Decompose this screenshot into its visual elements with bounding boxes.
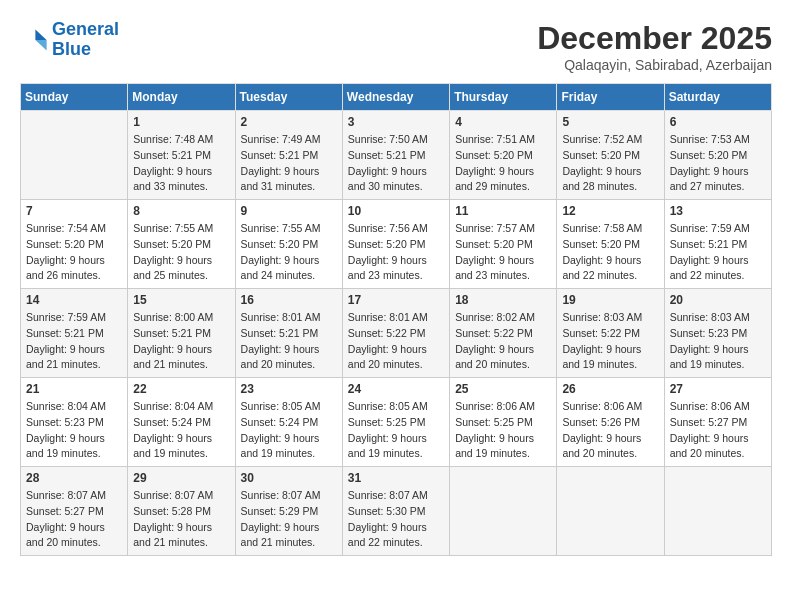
day-info: Sunrise: 8:06 AM Sunset: 5:26 PM Dayligh… — [562, 399, 658, 462]
sunrise-text: Sunrise: 8:03 AM — [562, 311, 642, 323]
daylight-text: Daylight: 9 hours and 33 minutes. — [133, 165, 212, 193]
day-info: Sunrise: 7:59 AM Sunset: 5:21 PM Dayligh… — [670, 221, 766, 284]
daylight-text: Daylight: 9 hours and 20 minutes. — [26, 521, 105, 549]
calendar-cell: 24 Sunrise: 8:05 AM Sunset: 5:25 PM Dayl… — [342, 378, 449, 467]
calendar-week-row: 28 Sunrise: 8:07 AM Sunset: 5:27 PM Dayl… — [21, 467, 772, 556]
daylight-text: Daylight: 9 hours and 19 minutes. — [26, 432, 105, 460]
day-number: 4 — [455, 115, 551, 129]
sunset-text: Sunset: 5:23 PM — [670, 327, 748, 339]
day-info: Sunrise: 7:48 AM Sunset: 5:21 PM Dayligh… — [133, 132, 229, 195]
day-info: Sunrise: 7:49 AM Sunset: 5:21 PM Dayligh… — [241, 132, 337, 195]
sunset-text: Sunset: 5:22 PM — [455, 327, 533, 339]
sunrise-text: Sunrise: 8:02 AM — [455, 311, 535, 323]
sunrise-text: Sunrise: 7:54 AM — [26, 222, 106, 234]
day-info: Sunrise: 8:04 AM Sunset: 5:24 PM Dayligh… — [133, 399, 229, 462]
day-number: 10 — [348, 204, 444, 218]
calendar-cell: 29 Sunrise: 8:07 AM Sunset: 5:28 PM Dayl… — [128, 467, 235, 556]
day-number: 11 — [455, 204, 551, 218]
sunrise-text: Sunrise: 7:51 AM — [455, 133, 535, 145]
sunset-text: Sunset: 5:20 PM — [455, 238, 533, 250]
day-number: 31 — [348, 471, 444, 485]
weekday-header: Saturday — [664, 84, 771, 111]
day-number: 2 — [241, 115, 337, 129]
day-number: 24 — [348, 382, 444, 396]
day-number: 17 — [348, 293, 444, 307]
daylight-text: Daylight: 9 hours and 21 minutes. — [241, 521, 320, 549]
weekday-header: Thursday — [450, 84, 557, 111]
logo-line2: Blue — [52, 40, 119, 60]
calendar-cell: 23 Sunrise: 8:05 AM Sunset: 5:24 PM Dayl… — [235, 378, 342, 467]
day-info: Sunrise: 7:56 AM Sunset: 5:20 PM Dayligh… — [348, 221, 444, 284]
sunset-text: Sunset: 5:21 PM — [670, 238, 748, 250]
sunrise-text: Sunrise: 8:01 AM — [241, 311, 321, 323]
sunrise-text: Sunrise: 8:01 AM — [348, 311, 428, 323]
sunset-text: Sunset: 5:21 PM — [133, 327, 211, 339]
sunrise-text: Sunrise: 8:07 AM — [348, 489, 428, 501]
sunrise-text: Sunrise: 7:58 AM — [562, 222, 642, 234]
calendar-cell — [450, 467, 557, 556]
logo-text: General Blue — [52, 20, 119, 60]
day-number: 27 — [670, 382, 766, 396]
day-info: Sunrise: 8:03 AM Sunset: 5:22 PM Dayligh… — [562, 310, 658, 373]
sunset-text: Sunset: 5:21 PM — [241, 149, 319, 161]
day-number: 9 — [241, 204, 337, 218]
daylight-text: Daylight: 9 hours and 25 minutes. — [133, 254, 212, 282]
day-number: 29 — [133, 471, 229, 485]
day-info: Sunrise: 7:58 AM Sunset: 5:20 PM Dayligh… — [562, 221, 658, 284]
calendar-cell: 15 Sunrise: 8:00 AM Sunset: 5:21 PM Dayl… — [128, 289, 235, 378]
day-info: Sunrise: 8:05 AM Sunset: 5:25 PM Dayligh… — [348, 399, 444, 462]
calendar-cell: 25 Sunrise: 8:06 AM Sunset: 5:25 PM Dayl… — [450, 378, 557, 467]
day-info: Sunrise: 7:54 AM Sunset: 5:20 PM Dayligh… — [26, 221, 122, 284]
sunrise-text: Sunrise: 7:57 AM — [455, 222, 535, 234]
sunrise-text: Sunrise: 8:07 AM — [26, 489, 106, 501]
sunrise-text: Sunrise: 7:59 AM — [26, 311, 106, 323]
day-info: Sunrise: 7:53 AM Sunset: 5:20 PM Dayligh… — [670, 132, 766, 195]
sunset-text: Sunset: 5:20 PM — [562, 238, 640, 250]
calendar-cell: 5 Sunrise: 7:52 AM Sunset: 5:20 PM Dayli… — [557, 111, 664, 200]
calendar-cell: 19 Sunrise: 8:03 AM Sunset: 5:22 PM Dayl… — [557, 289, 664, 378]
calendar-week-row: 1 Sunrise: 7:48 AM Sunset: 5:21 PM Dayli… — [21, 111, 772, 200]
sunset-text: Sunset: 5:21 PM — [241, 327, 319, 339]
calendar-cell — [21, 111, 128, 200]
day-number: 15 — [133, 293, 229, 307]
daylight-text: Daylight: 9 hours and 20 minutes. — [455, 343, 534, 371]
day-info: Sunrise: 8:05 AM Sunset: 5:24 PM Dayligh… — [241, 399, 337, 462]
page-header: General Blue December 2025 Qalaqayin, Sa… — [20, 20, 772, 73]
daylight-text: Daylight: 9 hours and 21 minutes. — [133, 521, 212, 549]
calendar-cell: 21 Sunrise: 8:04 AM Sunset: 5:23 PM Dayl… — [21, 378, 128, 467]
sunset-text: Sunset: 5:21 PM — [348, 149, 426, 161]
calendar-cell: 18 Sunrise: 8:02 AM Sunset: 5:22 PM Dayl… — [450, 289, 557, 378]
sunset-text: Sunset: 5:21 PM — [133, 149, 211, 161]
sunset-text: Sunset: 5:20 PM — [562, 149, 640, 161]
sunrise-text: Sunrise: 7:50 AM — [348, 133, 428, 145]
sunset-text: Sunset: 5:20 PM — [348, 238, 426, 250]
day-number: 28 — [26, 471, 122, 485]
sunrise-text: Sunrise: 7:55 AM — [133, 222, 213, 234]
sunset-text: Sunset: 5:24 PM — [133, 416, 211, 428]
day-info: Sunrise: 7:59 AM Sunset: 5:21 PM Dayligh… — [26, 310, 122, 373]
day-info: Sunrise: 7:51 AM Sunset: 5:20 PM Dayligh… — [455, 132, 551, 195]
day-info: Sunrise: 7:55 AM Sunset: 5:20 PM Dayligh… — [133, 221, 229, 284]
day-info: Sunrise: 8:00 AM Sunset: 5:21 PM Dayligh… — [133, 310, 229, 373]
day-info: Sunrise: 8:07 AM Sunset: 5:29 PM Dayligh… — [241, 488, 337, 551]
daylight-text: Daylight: 9 hours and 23 minutes. — [348, 254, 427, 282]
sunset-text: Sunset: 5:25 PM — [455, 416, 533, 428]
sunset-text: Sunset: 5:22 PM — [562, 327, 640, 339]
daylight-text: Daylight: 9 hours and 20 minutes. — [670, 432, 749, 460]
logo: General Blue — [20, 20, 119, 60]
daylight-text: Daylight: 9 hours and 24 minutes. — [241, 254, 320, 282]
calendar-cell: 7 Sunrise: 7:54 AM Sunset: 5:20 PM Dayli… — [21, 200, 128, 289]
day-number: 22 — [133, 382, 229, 396]
day-number: 5 — [562, 115, 658, 129]
day-number: 6 — [670, 115, 766, 129]
sunset-text: Sunset: 5:27 PM — [26, 505, 104, 517]
svg-marker-1 — [35, 40, 46, 51]
calendar-cell: 10 Sunrise: 7:56 AM Sunset: 5:20 PM Dayl… — [342, 200, 449, 289]
day-info: Sunrise: 8:06 AM Sunset: 5:27 PM Dayligh… — [670, 399, 766, 462]
day-number: 3 — [348, 115, 444, 129]
month-title: December 2025 — [537, 20, 772, 57]
daylight-text: Daylight: 9 hours and 21 minutes. — [133, 343, 212, 371]
calendar-cell: 12 Sunrise: 7:58 AM Sunset: 5:20 PM Dayl… — [557, 200, 664, 289]
sunrise-text: Sunrise: 8:04 AM — [133, 400, 213, 412]
sunset-text: Sunset: 5:28 PM — [133, 505, 211, 517]
